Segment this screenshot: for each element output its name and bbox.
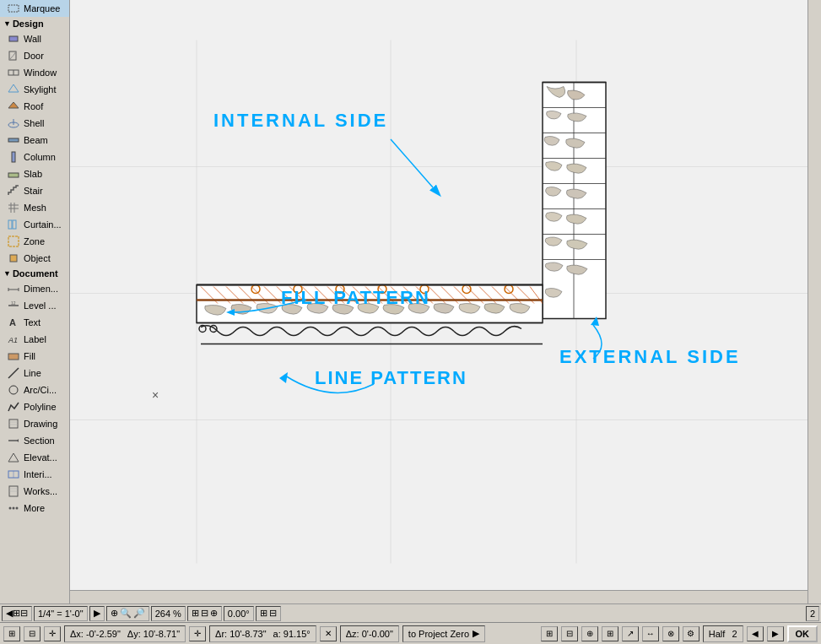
beam-icon: [7, 133, 20, 147]
half-next[interactable]: ▶: [767, 626, 784, 641]
zoom-out-icon[interactable]: ◀: [6, 608, 13, 619]
bottom-tool-2[interactable]: ⊟: [24, 626, 41, 641]
marquee-icon: [7, 2, 20, 15]
sidebar-item-slab[interactable]: Slab: [0, 165, 69, 182]
project-zero[interactable]: to Project Zero ▶: [402, 625, 485, 642]
sidebar-item-arc[interactable]: Arc/Ci...: [0, 382, 69, 398]
canvas-area[interactable]: × INTERNAL SIDE FILL PATTERN LINE PATTER…: [70, 0, 821, 603]
skylight-icon: [7, 83, 20, 96]
more-view-icons[interactable]: ⊞ ⊟ ⊕: [187, 606, 222, 621]
sidebar-item-beam[interactable]: Beam: [0, 132, 69, 149]
angle-lock-btn[interactable]: ↗: [622, 626, 639, 641]
status-bar: ◀ ⊞ ⊟ 1/4" = 1'-0" ▶ ⊕ 🔍 🔎 264 % ⊞ ⊟ ⊕ 0…: [0, 603, 821, 622]
settings-btn[interactable]: ⚙: [683, 626, 699, 641]
door-icon: [7, 49, 20, 62]
play-btn[interactable]: ▶: [89, 606, 105, 621]
sidebar-item-marquee[interactable]: Marquee: [0, 0, 69, 17]
sidebar-item-drawing[interactable]: Drawing: [0, 415, 69, 432]
section-icon: [7, 434, 20, 447]
sidebar-item-stair[interactable]: Stair: [0, 182, 69, 199]
angle-controls[interactable]: ⊞ ⊟: [256, 606, 281, 621]
sidebar-item-zone[interactable]: Zone: [0, 233, 69, 250]
sidebar-item-level[interactable]: 12 Level ...: [0, 297, 69, 314]
constraints-btn[interactable]: ⊗: [662, 626, 679, 641]
sidebar-item-fill[interactable]: Fill: [0, 348, 69, 365]
mesh-icon: [7, 201, 20, 214]
slab-icon: [7, 167, 20, 181]
column-icon: [7, 150, 20, 164]
sidebar-item-dimension[interactable]: Dimen...: [0, 280, 69, 297]
zoom-out-icon2[interactable]: 🔎: [133, 608, 145, 619]
sidebar-item-section[interactable]: Section: [0, 432, 69, 449]
view-icon-2[interactable]: ⊟: [20, 608, 28, 619]
snap-btn-3[interactable]: ⊕: [581, 626, 598, 641]
document-group-header[interactable]: Document: [0, 267, 69, 280]
horizontal-scrollbar[interactable]: [70, 590, 807, 603]
angle-display: 0.00°: [224, 606, 254, 621]
scroll-num: 2: [806, 606, 819, 621]
half-display: Half 2: [703, 625, 743, 642]
more-icon: [7, 501, 20, 515]
svg-rect-27: [8, 354, 19, 360]
sidebar-item-more[interactable]: More: [0, 500, 69, 517]
svg-point-98: [210, 326, 217, 333]
svg-rect-11: [8, 173, 19, 177]
sidebar-item-column[interactable]: Column: [0, 149, 69, 165]
sidebar-item-wall[interactable]: Wall: [0, 30, 69, 47]
curtain-icon: [7, 218, 20, 231]
roof-icon: [7, 100, 20, 113]
zoom-percent: 264 %: [151, 606, 186, 621]
sidebar-item-curtain[interactable]: Curtain...: [0, 216, 69, 233]
vertical-scrollbar[interactable]: [807, 0, 821, 603]
sidebar-item-label[interactable]: A1 Label: [0, 331, 69, 348]
interior-icon: [7, 468, 20, 481]
bottom-tool-1[interactable]: ⊞: [3, 626, 20, 641]
sidebar-item-door[interactable]: Door: [0, 47, 69, 64]
sidebar-item-interior[interactable]: Interi...: [0, 466, 69, 483]
snap-btn-1[interactable]: ⊞: [541, 626, 558, 641]
project-icon: ✕: [320, 626, 337, 641]
sidebar-item-mesh[interactable]: Mesh: [0, 199, 69, 216]
svg-rect-0: [8, 5, 19, 12]
design-group-header[interactable]: Design: [0, 17, 69, 30]
fill-icon: [7, 349, 20, 363]
zoom-fit-icon[interactable]: ⊕: [111, 608, 118, 619]
sidebar-item-roof[interactable]: Roof: [0, 98, 69, 115]
zoom-in-icon[interactable]: 🔍: [120, 608, 132, 619]
wall-icon: [7, 32, 20, 46]
zone-icon: [7, 235, 20, 248]
level-icon: 12: [7, 299, 20, 312]
view-icon-1[interactable]: ⊞: [13, 608, 20, 619]
sidebar-item-window[interactable]: Window: [0, 64, 69, 81]
snap-btn-2[interactable]: ⊟: [561, 626, 578, 641]
svg-rect-19: [10, 255, 17, 262]
project-zero-icon[interactable]: ▶: [473, 628, 479, 639]
svg-text:×: ×: [152, 388, 159, 402]
view-controls[interactable]: ◀ ⊞ ⊟: [2, 606, 32, 621]
polyline-icon: [7, 400, 20, 414]
sidebar-item-skylight[interactable]: Skylight: [0, 81, 69, 98]
half-prev[interactable]: ◀: [747, 626, 764, 641]
sidebar-item-polyline[interactable]: Polyline: [0, 398, 69, 415]
label-icon: A1: [7, 333, 20, 346]
svg-marker-35: [8, 453, 19, 462]
dimension-icon: [7, 282, 20, 295]
svg-point-41: [9, 507, 12, 510]
ok-button[interactable]: OK: [787, 625, 818, 642]
svg-point-42: [13, 507, 15, 510]
svg-rect-1: [9, 36, 18, 41]
sidebar-item-object[interactable]: Object: [0, 250, 69, 267]
svg-marker-34: [17, 439, 19, 442]
sidebar-item-shell[interactable]: Shell: [0, 115, 69, 132]
zoom-controls[interactable]: ⊕ 🔍 🔎: [106, 606, 149, 621]
snap-btn-4[interactable]: ⊞: [602, 626, 618, 641]
svg-text:12: 12: [11, 300, 16, 306]
sidebar-item-worksheet[interactable]: Works...: [0, 483, 69, 500]
svg-rect-17: [13, 220, 16, 229]
sidebar-item-line[interactable]: Line: [0, 365, 69, 382]
sidebar-item-elevation[interactable]: Elevat...: [0, 449, 69, 466]
mirror-btn[interactable]: ↔: [642, 626, 659, 641]
bottom-tool-3[interactable]: ✛: [44, 626, 61, 641]
cursor-coords: Δx: -0'-2.59" Δy: 10'-8.71": [64, 625, 186, 642]
sidebar-item-text[interactable]: A Text: [0, 314, 69, 331]
